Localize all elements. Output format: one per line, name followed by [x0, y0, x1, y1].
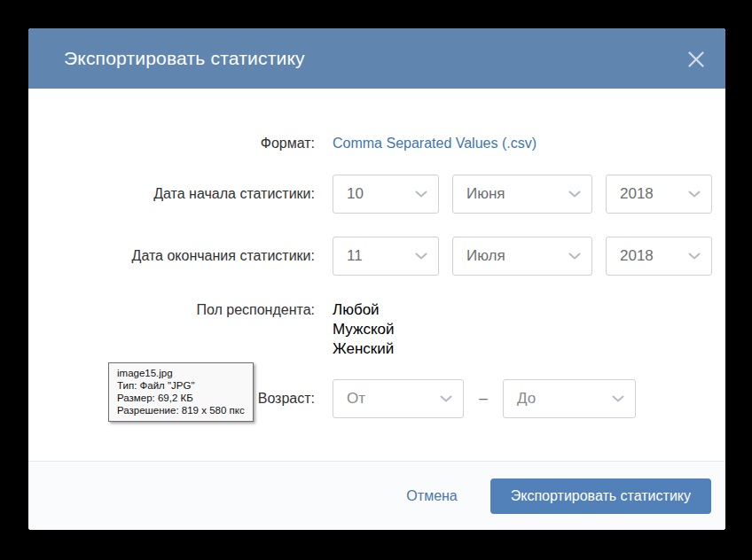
start-date-label: Дата начала статистики:	[28, 186, 315, 202]
age-to-select[interactable]: До	[503, 379, 636, 418]
gender-row: Пол респондента: Любой Мужской Женский	[28, 300, 395, 359]
chevron-down-icon	[688, 253, 701, 260]
chevron-down-icon	[568, 191, 581, 198]
close-button[interactable]	[685, 48, 708, 71]
dialog-title: Экспортировать статистику	[64, 48, 305, 69]
start-year-value: 2018	[620, 185, 654, 203]
age-from-select[interactable]: От	[333, 379, 464, 418]
start-day-value: 10	[347, 185, 364, 203]
gender-option-male[interactable]: Мужской	[333, 320, 395, 339]
export-statistics-dialog: Экспортировать статистику Формат: Comma …	[28, 28, 725, 530]
age-range-dash: –	[478, 390, 489, 408]
tooltip-file-size: Размер: 69,2 КБ	[117, 392, 245, 404]
start-month-value: Июня	[466, 185, 505, 203]
end-year-value: 2018	[620, 247, 654, 265]
format-label: Формат:	[28, 136, 315, 152]
end-date-label: Дата окончания статистики:	[28, 248, 315, 264]
desktop-background: { "colors": { "header_bg": "#6086af", "b…	[0, 0, 752, 560]
format-value-link[interactable]: Comma Separated Values (.csv)	[333, 136, 537, 152]
start-date-row: Дата начала статистики: 10 Июня 2018	[28, 175, 712, 214]
chevron-down-icon	[612, 395, 624, 402]
tooltip-filename: image15.jpg	[117, 367, 245, 379]
end-month-select[interactable]: Июля	[452, 237, 592, 276]
end-day-select[interactable]: 11	[333, 237, 439, 276]
start-year-select[interactable]: 2018	[606, 175, 712, 214]
start-month-select[interactable]: Июня	[452, 175, 592, 214]
chevron-down-icon	[440, 395, 452, 402]
tooltip-file-type: Тип: Файл "JPG"	[117, 379, 245, 392]
gender-option-any[interactable]: Любой	[333, 300, 395, 320]
chevron-down-icon	[688, 191, 701, 198]
gender-label: Пол респондента:	[28, 300, 315, 320]
close-icon	[687, 51, 705, 68]
end-date-row: Дата окончания статистики: 11 Июля 2018	[28, 237, 712, 276]
age-to-value: До	[517, 390, 536, 408]
start-day-select[interactable]: 10	[333, 175, 439, 214]
end-day-value: 11	[347, 247, 363, 265]
export-statistics-button[interactable]: Экспортировать статистику	[490, 478, 711, 514]
format-row: Формат: Comma Separated Values (.csv)	[28, 133, 537, 154]
dialog-header: Экспортировать статистику	[28, 28, 725, 89]
file-info-tooltip: image15.jpg Тип: Файл "JPG" Размер: 69,2…	[108, 362, 254, 422]
end-year-select[interactable]: 2018	[606, 237, 712, 276]
chevron-down-icon	[568, 253, 581, 260]
tooltip-file-resolution: Разрешение: 819 x 580 пкс	[117, 404, 245, 416]
gender-option-female[interactable]: Женский	[333, 339, 395, 359]
age-from-value: От	[347, 390, 365, 408]
chevron-down-icon	[415, 253, 427, 260]
chevron-down-icon	[415, 191, 427, 198]
end-month-value: Июля	[466, 247, 505, 265]
dialog-footer: Отмена Экспортировать статистику	[28, 461, 725, 530]
cancel-button[interactable]: Отмена	[406, 488, 457, 504]
gender-option-list: Любой Мужской Женский	[333, 300, 395, 359]
